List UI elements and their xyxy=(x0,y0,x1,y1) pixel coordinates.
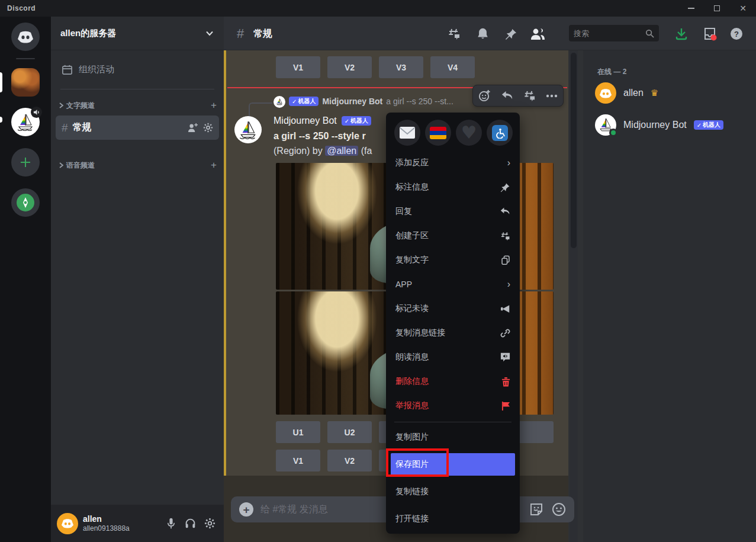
category-label: 语音频道 xyxy=(66,161,208,171)
channel-sidebar: allen的服务器 组织活动 文字频道 + # 常规 xyxy=(51,17,224,542)
mic-icon[interactable] xyxy=(166,518,176,529)
sidebar-divider xyxy=(60,89,214,89)
reply-spine xyxy=(249,102,272,117)
user-names[interactable]: allen allen0913888a xyxy=(83,514,161,533)
voice-active-badge xyxy=(31,107,42,118)
category-text-channels[interactable]: 文字频道 + xyxy=(54,99,220,112)
variation-button[interactable]: V2 xyxy=(327,56,372,78)
menu-item-report-message[interactable]: 举报消息 xyxy=(391,395,515,417)
search-box[interactable] xyxy=(569,25,659,41)
channel-title: 常规 xyxy=(253,28,272,40)
settings-gear-icon[interactable] xyxy=(204,518,215,529)
member-row-allen[interactable]: allen ♛ xyxy=(590,80,749,106)
variation-button[interactable]: V3 xyxy=(379,56,423,78)
variation-button[interactable]: V4 xyxy=(430,56,475,78)
trash-icon xyxy=(501,377,510,387)
discord-logo-icon xyxy=(17,30,34,43)
save-image-annotation-box xyxy=(386,448,449,477)
reaction-black-heart-button[interactable]: ♥ xyxy=(456,120,482,146)
user-avatar[interactable] xyxy=(57,513,78,534)
reaction-armenia-flag-button[interactable] xyxy=(425,120,451,146)
maximize-button[interactable] xyxy=(704,0,730,17)
menu-item-pin-message[interactable]: 标注信息 xyxy=(391,176,515,198)
message-author-name[interactable]: Midjourney Bot xyxy=(274,116,337,126)
user-display-name: allen xyxy=(83,514,161,524)
chevron-down-icon xyxy=(205,28,214,38)
sticker-icon[interactable] xyxy=(529,502,543,517)
variation-button[interactable]: V1 xyxy=(276,56,320,78)
menu-item-mark-unread[interactable]: 标记未读 xyxy=(391,297,515,320)
notifications-bell-button[interactable] xyxy=(475,26,490,41)
reaction-envelope-button[interactable] xyxy=(394,120,420,146)
variation-button[interactable]: V2 xyxy=(327,450,372,472)
menu-item-copy-link[interactable]: 复制链接 xyxy=(391,480,515,503)
menu-item-apps[interactable]: APP › xyxy=(391,273,515,296)
headphones-icon[interactable] xyxy=(185,518,196,529)
sidebar-item-events[interactable]: 组织活动 xyxy=(56,59,219,79)
menu-item-copy-image[interactable]: 复制图片 xyxy=(391,426,515,448)
explore-servers-button[interactable] xyxy=(11,188,40,217)
hash-icon: # xyxy=(62,121,68,134)
online-members-header: 在线 — 2 xyxy=(597,67,626,77)
help-button[interactable]: ? xyxy=(729,26,744,41)
menu-item-add-reaction[interactable]: 添加反应 › xyxy=(391,152,515,174)
upscale-button[interactable]: U1 xyxy=(276,421,320,443)
emoji-icon[interactable] xyxy=(552,502,566,517)
channel-settings-gear-icon[interactable] xyxy=(203,123,213,133)
reply-author-name[interactable]: Midjourney Bot xyxy=(322,97,382,106)
add-reaction-icon[interactable] xyxy=(478,89,491,102)
channel-item-general[interactable]: # 常规 xyxy=(56,116,219,140)
pinned-messages-button[interactable] xyxy=(503,26,519,41)
unread-server-pill xyxy=(0,117,2,123)
members-sidebar: 在线 — 2 allen ♛ Midjourney Bot ✓机器人 xyxy=(583,50,756,542)
reply-icon[interactable] xyxy=(501,90,513,101)
chat-scrollbar[interactable] xyxy=(570,50,578,542)
link-icon xyxy=(500,328,510,338)
discord-home-button[interactable] xyxy=(11,23,40,51)
member-row-midjourney-bot[interactable]: Midjourney Bot ✓机器人 xyxy=(590,112,749,138)
reply-preview-text[interactable]: a girl --s 250 --st... xyxy=(386,97,453,106)
create-thread-icon xyxy=(500,231,510,241)
create-channel-icon[interactable]: + xyxy=(211,100,217,111)
member-avatar xyxy=(595,82,616,104)
menu-item-copy-text[interactable]: 复制文字 xyxy=(391,249,515,271)
member-list-button[interactable] xyxy=(530,26,545,41)
message-author-avatar[interactable] xyxy=(234,116,262,143)
reply-reference[interactable]: ✓机器人 Midjourney Bot a girl --s 250 --st.… xyxy=(289,97,453,106)
download-button[interactable] xyxy=(674,26,689,41)
menu-item-create-thread[interactable]: 创建子区 xyxy=(391,225,515,247)
calendar-icon xyxy=(62,64,73,75)
attach-plus-icon[interactable]: + xyxy=(239,502,253,517)
menu-item-open-link[interactable]: 打开链接 xyxy=(391,508,515,530)
variation-button[interactable]: V1 xyxy=(276,450,320,472)
server-icon-photo[interactable] xyxy=(11,68,40,97)
more-options-icon[interactable] xyxy=(546,94,558,98)
plus-icon xyxy=(20,156,31,168)
user-mention[interactable]: @allen xyxy=(325,146,358,156)
threads-button[interactable] xyxy=(446,26,462,41)
inbox-button[interactable] xyxy=(702,26,718,41)
reaction-wheelchair-button[interactable] xyxy=(487,120,513,146)
server-owner-crown-icon: ♛ xyxy=(651,88,658,98)
black-heart-icon: ♥ xyxy=(461,124,477,142)
menu-item-reply[interactable]: 回复 xyxy=(391,200,515,223)
pin-icon xyxy=(500,182,510,193)
minimize-button[interactable] xyxy=(678,0,704,17)
speak-message-icon xyxy=(500,352,510,362)
add-server-button[interactable] xyxy=(11,148,40,177)
upscale-button[interactable]: U2 xyxy=(327,421,372,443)
create-channel-icon[interactable]: + xyxy=(211,159,217,171)
menu-item-speak-message[interactable]: 朗读消息 xyxy=(391,346,515,368)
category-voice-channels[interactable]: 语音频道 + xyxy=(54,159,220,172)
mark-unread-icon xyxy=(501,304,510,313)
menu-item-delete-message[interactable]: 删除信息 xyxy=(391,370,515,393)
server-header[interactable]: allen的服务器 xyxy=(51,17,224,50)
member-name: Midjourney Bot xyxy=(623,120,687,130)
close-button[interactable]: ✕ xyxy=(730,0,756,17)
menu-item-copy-message-link[interactable]: 复制消息链接 xyxy=(391,322,515,344)
reply-author-avatar[interactable] xyxy=(274,96,285,108)
channel-topbar: # 常规 ? xyxy=(224,17,756,50)
search-input[interactable] xyxy=(574,29,645,38)
create-thread-icon[interactable] xyxy=(523,89,536,102)
invite-people-icon[interactable] xyxy=(187,123,198,133)
